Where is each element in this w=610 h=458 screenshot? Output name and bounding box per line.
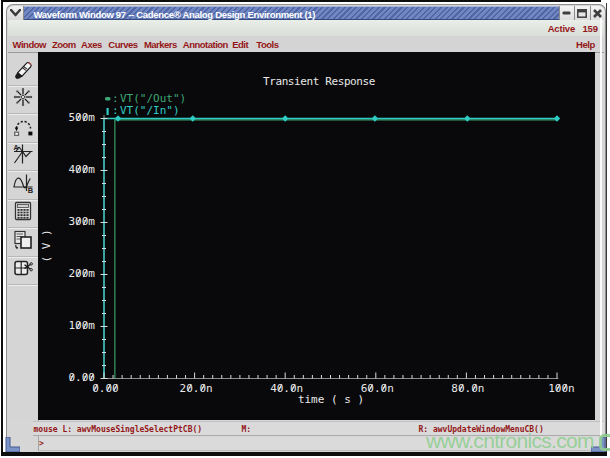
screenshot-border-left [1,0,3,455]
trace-out[interactable] [115,120,558,379]
menu-edit[interactable]: Edit [232,39,248,50]
legend-label-in[interactable]: VT("/In") [120,104,180,117]
menu-markers[interactable]: Markers [144,39,177,50]
menu-annotation[interactable]: Annotation [183,39,228,50]
active-row: Active 159 [8,20,604,36]
trace-point-marker [190,115,196,121]
legend-colon: : [112,104,119,117]
x-tick-label: 20.0n [180,382,213,395]
minimize-icon [562,11,571,15]
maximize-button[interactable] [574,6,590,20]
chart-title: Transient Response [263,75,375,88]
calculator-icon [12,200,34,226]
toolbar-button-composite-axes[interactable]: B [8,171,38,200]
menu-axes[interactable]: Axes [81,39,102,50]
x-tick-label: 80.0n [451,382,484,395]
trace-point-marker [464,115,470,121]
watermark-text: www.cntronics.com [426,429,594,452]
toolbar-button-strip-chart[interactable]: A [8,143,38,172]
trace-point-marker [554,115,560,121]
toolbar: AB [8,57,38,287]
legend-swatch-in [107,108,109,115]
status-mouse-left: mouse L: awvMouseSingleSelectPtCB() [34,425,203,434]
active-count: 159 [583,23,598,34]
copy-window-icon [12,229,34,255]
plot-area[interactable]: 0.00100m200m300m400m500m0.0020.0n40.0n60… [38,52,595,420]
trace-point-marker [282,115,288,121]
x-tick-label: 60.0n [361,382,394,395]
y-axis-label: ( V ) [40,229,53,262]
title-bar[interactable]: Waveform Window 97 -- Cadence® Analog De… [24,6,559,20]
close-icon [593,9,602,18]
toolbar-button-pen[interactable] [8,57,38,86]
menu-zoom[interactable]: Zoom [52,39,76,50]
status-mouse-middle: M: [242,425,252,434]
y-tick-label: 300m [69,215,96,228]
y-tick-label: 500m [69,111,96,124]
trace-in[interactable] [104,119,558,379]
chevron-down-icon [10,9,21,17]
window-frame-highlight [600,18,602,448]
svg-text:B: B [28,186,34,194]
window-menu-button[interactable] [7,6,24,20]
y-tick-label: 400m [69,163,96,176]
strip-chart-icon: A [12,143,34,169]
y-tick-label: 100m [69,319,96,332]
waveform-chart: 0.00100m200m300m400m500m0.0020.0n40.0n60… [38,52,595,420]
maximize-icon [577,9,587,18]
toolbar-button-zoom-fit[interactable] [8,86,38,115]
minimize-button[interactable] [559,6,575,20]
svg-text:A: A [14,144,19,151]
drag-curve-icon [12,115,34,141]
menu-window[interactable]: Window [13,39,46,50]
pen-icon [12,58,34,84]
trace-point-marker [372,115,378,121]
watermark-logo-box [599,434,610,451]
toolbar-button-calculator[interactable] [8,200,38,229]
menu-help[interactable]: Help [576,39,595,50]
x-tick-label: 100n [548,382,575,395]
composite-axes-icon: B [12,172,34,198]
x-axis-label: time ( s ) [298,393,364,406]
waveform-window: Waveform Window 97 -- Cadence® Analog De… [6,4,606,452]
window-title: Waveform Window 97 -- Cadence® Analog De… [34,9,316,20]
close-button[interactable] [590,6,606,20]
menu-bar: Window Zoom Axes Curves Markers Annotati… [8,36,604,53]
status-prompt: > [39,439,44,448]
y-tick-label: 200m [69,267,96,280]
zoom-fit-icon [12,86,34,112]
delete-subwindow-icon [12,257,34,283]
toolbar-button-copy-window[interactable] [8,228,38,257]
toolbar-button-delete-subwindow[interactable] [8,257,38,286]
menu-curves[interactable]: Curves [108,39,137,50]
toolbar-button-drag-curve[interactable] [8,114,38,143]
title-row: Waveform Window 97 -- Cadence® Analog De… [7,6,605,20]
watermark: www.cntronics.com [426,429,594,453]
active-label: Active [548,23,575,34]
menu-tools[interactable]: Tools [256,39,278,50]
resize-corner-bottom-left[interactable] [5,437,20,452]
screenshot-border-top [1,0,601,2]
legend-swatch-out [105,97,111,101]
